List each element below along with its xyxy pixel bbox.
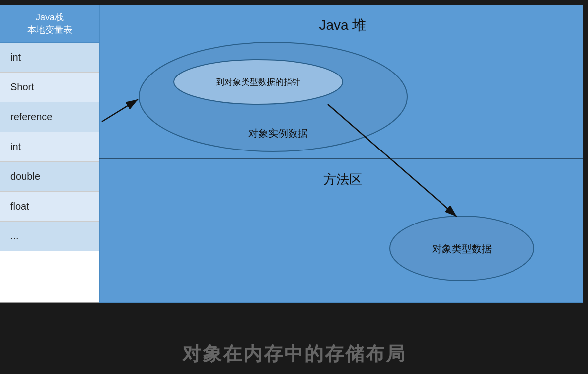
- stack-title: Java栈 本地变量表: [0, 5, 99, 43]
- stack-item-ellipsis: ...: [0, 222, 99, 251]
- stack-item-int1: int: [0, 43, 99, 73]
- stack-item-short: Short: [0, 73, 99, 102]
- stack-item-float: float: [0, 192, 99, 222]
- method-oval-text: 对象类型数据: [432, 243, 492, 254]
- bottom-caption: 对象在内存中的存储布局: [0, 341, 588, 367]
- stack-item-double: double: [0, 162, 99, 192]
- stack-panel: Java栈 本地变量表 int Short reference int doub…: [0, 5, 99, 303]
- arrow-reference-to-heap: [102, 99, 138, 122]
- stack-item-reference: reference: [0, 102, 99, 132]
- main-diagram: Java栈 本地变量表 int Short reference int doub…: [0, 0, 588, 308]
- heap-title: Java 堆: [319, 17, 367, 33]
- outer-oval-label: 对象实例数据: [248, 128, 308, 139]
- stack-item-int2: int: [0, 132, 99, 162]
- method-area-title: 方法区: [323, 172, 362, 187]
- inner-oval-text: 到对象类型数据的指针: [216, 77, 300, 87]
